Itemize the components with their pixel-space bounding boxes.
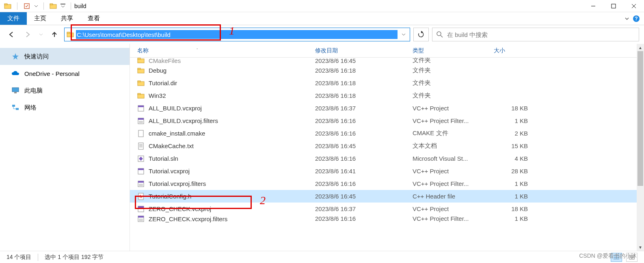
forward-button[interactable]	[21, 28, 34, 41]
search-input[interactable]	[447, 31, 635, 38]
file-row[interactable]: cmake_install.cmake2023/8/6 16:16CMAKE 文…	[130, 127, 637, 140]
sln-icon	[137, 155, 145, 162]
status-item-count: 14 个项目	[6, 254, 31, 261]
properties-icon[interactable]	[22, 2, 31, 11]
column-header-type[interactable]: 类型	[405, 47, 486, 54]
sidebar-item-label: 此电脑	[24, 87, 43, 95]
scroll-thumb[interactable]	[638, 51, 643, 186]
svg-rect-24	[138, 58, 140, 59]
file-row[interactable]: Tutorial.dir2023/8/6 16:18文件夹	[130, 77, 637, 89]
vertical-scrollbar[interactable]: ▲ ▼	[637, 44, 644, 251]
file-size: 1 KB	[486, 215, 535, 222]
window-title: build	[74, 3, 86, 9]
svg-rect-55	[138, 216, 144, 218]
tab-share[interactable]: 共享	[54, 12, 80, 25]
file-size: 18 KB	[486, 205, 535, 212]
back-button[interactable]	[5, 28, 18, 41]
file-name: cmake_install.cmake	[149, 130, 205, 137]
column-header-name[interactable]: 名称ˆ	[130, 47, 308, 54]
file-size: 2 KB	[486, 130, 535, 137]
tab-view[interactable]: 查看	[80, 12, 107, 25]
file-type: Microsoft Visual St...	[405, 155, 486, 162]
file-row[interactable]: ZERO_CHECK.vcxproj.filters2023/8/6 16:16…	[130, 215, 637, 224]
svg-rect-26	[138, 68, 140, 69]
file-name: ALL_BUILD.vcxproj	[149, 105, 202, 112]
filters-icon	[137, 117, 145, 125]
file-size: 18 KB	[486, 105, 535, 112]
svg-rect-53	[138, 206, 144, 208]
network-icon	[11, 103, 19, 112]
file-type: VC++ Project	[405, 105, 486, 112]
file-date: 2023/8/6 16:16	[308, 180, 405, 187]
refresh-button[interactable]	[413, 28, 429, 41]
file-name: ZERO_CHECK.vcxproj.filters	[149, 216, 227, 222]
ribbon-dropdown-icon[interactable]	[60, 2, 66, 11]
file-row[interactable]: hTutorialConfig.h2023/8/6 16:45C++ Heade…	[130, 190, 637, 203]
h-icon: h	[137, 193, 145, 200]
file-row[interactable]: ALL_BUILD.vcxproj.filters2023/8/6 16:16V…	[130, 114, 637, 127]
up-button[interactable]	[48, 28, 61, 41]
folder-icon	[137, 80, 145, 87]
file-date: 2023/8/6 16:41	[308, 168, 405, 175]
svg-rect-17	[12, 88, 19, 92]
svg-rect-28	[138, 81, 140, 82]
address-bar[interactable]	[64, 28, 410, 41]
vcxproj-icon	[137, 168, 145, 175]
scroll-down-icon[interactable]: ▼	[637, 244, 644, 251]
file-row[interactable]: Win322023/8/6 16:18文件夹	[130, 89, 637, 102]
navbar: 1	[0, 25, 644, 44]
svg-rect-38	[138, 143, 143, 149]
svg-rect-45	[138, 168, 144, 170]
svg-rect-7	[612, 4, 616, 8]
file-row[interactable]: ZERO_CHECK.vcxproj2023/8/6 16:37VC++ Pro…	[130, 203, 637, 215]
address-input[interactable]	[76, 30, 398, 39]
file-row[interactable]: CMakeCache.txt2023/8/6 16:45文本文档15 KB	[130, 140, 637, 152]
file-list[interactable]: CMakeFiles2023/8/6 16:45文件夹Debug2023/8/6…	[130, 58, 637, 251]
maximize-button[interactable]	[603, 0, 624, 12]
file-date: 2023/8/6 16:37	[308, 105, 405, 112]
file-type: VC++ Project Filter...	[405, 215, 486, 222]
help-icon[interactable]: ?	[633, 15, 640, 22]
column-header-size[interactable]: 大小	[486, 47, 535, 54]
file-date: 2023/8/6 16:37	[308, 205, 405, 212]
cloud-icon	[11, 69, 19, 78]
sidebar-item-this-pc[interactable]: 此电脑	[0, 82, 130, 99]
file-row[interactable]: CMakeFiles2023/8/6 16:45文件夹	[130, 58, 637, 64]
tab-home[interactable]: 主页	[27, 12, 54, 25]
file-row[interactable]: Tutorial.vcxproj2023/8/6 16:41VC++ Proje…	[130, 165, 637, 177]
scroll-up-icon[interactable]: ▲	[637, 44, 644, 51]
txt-icon	[137, 142, 145, 150]
svg-rect-18	[14, 92, 17, 93]
titlebar: build	[0, 0, 644, 12]
file-row[interactable]: Tutorial.vcxproj.filters2023/8/6 16:16VC…	[130, 177, 637, 190]
file-size: 28 KB	[486, 168, 535, 175]
qat-dropdown-icon[interactable]	[34, 2, 39, 11]
file-date: 2023/8/6 16:16	[308, 130, 405, 137]
search-box[interactable]	[432, 28, 639, 41]
file-row[interactable]: Tutorial.sln2023/8/6 16:16Microsoft Visu…	[130, 152, 637, 165]
column-header-date[interactable]: 修改日期	[308, 47, 405, 54]
sidebar-item-onedrive[interactable]: OneDrive - Personal	[0, 65, 130, 82]
minimize-button[interactable]	[583, 0, 603, 12]
file-name: Tutorial.dir	[149, 80, 177, 86]
file-row[interactable]: Debug2023/8/6 16:18文件夹	[130, 64, 637, 77]
ribbon-expand-icon[interactable]	[625, 16, 629, 21]
file-date: 2023/8/6 16:16	[308, 155, 405, 162]
sidebar-item-network[interactable]: 网络	[0, 99, 130, 116]
pc-icon	[11, 86, 19, 95]
svg-rect-13	[67, 32, 70, 33]
file-type: 文件夹	[405, 67, 486, 74]
svg-rect-5	[61, 4, 65, 4]
svg-text:h: h	[140, 194, 142, 199]
tab-file[interactable]: 文件	[0, 12, 27, 25]
folder-icon	[137, 92, 145, 99]
file-row[interactable]: ALL_BUILD.vcxproj2023/8/6 16:37VC++ Proj…	[130, 102, 637, 114]
file-size: 1 KB	[486, 180, 535, 187]
svg-rect-19	[12, 105, 15, 107]
recent-dropdown-icon[interactable]	[37, 28, 45, 41]
address-dropdown-icon[interactable]	[398, 32, 410, 37]
svg-rect-47	[138, 181, 144, 183]
sidebar-item-quick-access[interactable]: 快速访问	[0, 48, 130, 65]
close-button[interactable]	[624, 0, 644, 12]
vcxproj-icon	[137, 105, 145, 112]
